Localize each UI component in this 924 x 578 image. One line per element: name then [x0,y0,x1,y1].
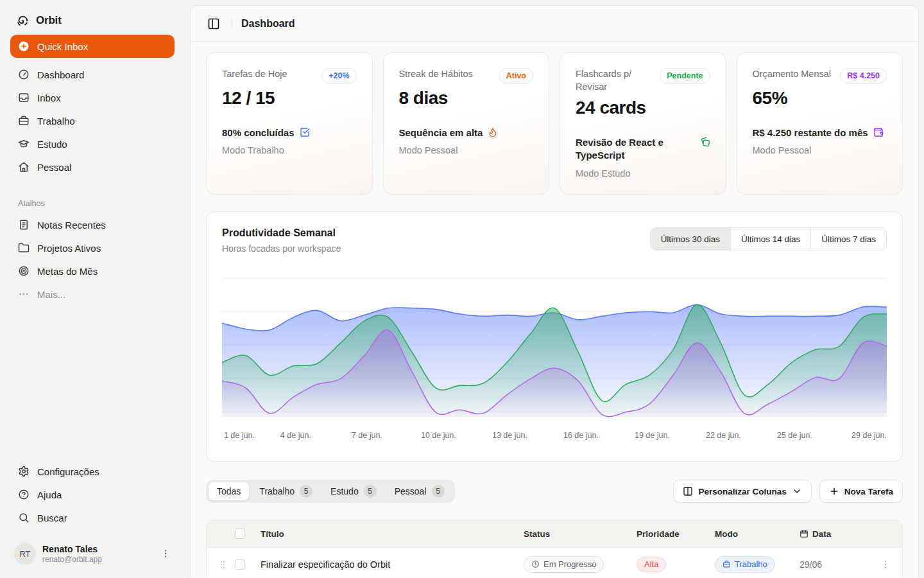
sidebar-item-label: Trabalho [37,116,75,127]
card-value: 24 cards [576,98,710,118]
topbar: Dashboard [191,6,918,42]
main-area: Dashboard Tarefas de Hoje +20% 12 / 15 8… [185,0,924,578]
card-value: 65% [753,88,887,109]
user-card[interactable]: RT Renato Tales renato@orbit.app [10,538,175,569]
x-tick-label: 29 de jun. [851,431,887,440]
user-meta: Renato Tales renato@orbit.app [42,544,154,564]
task-table: Título Status Prioridade Modo Data [206,520,903,578]
sidebar-item-notas-recentes[interactable]: Notas Recentes [10,213,175,236]
status-badge: R$ 4.250 [840,68,887,83]
chart-x-axis: 1 de jun.4 de jun.7 de jun.10 de jun.13 … [222,431,887,444]
sidebar-item-estudo[interactable]: Estudo [10,132,175,155]
status-badge: Pendente [660,68,710,83]
tab-ultimos-14-dias[interactable]: Últimos 14 dias [730,228,810,250]
x-tick-label: 22 de jun. [706,431,741,440]
sidebar-item-projetos-ativos[interactable]: Projetos Ativos [10,236,175,259]
briefcase-icon [18,115,30,127]
column-header-titulo: Título [261,529,524,539]
sidebar-item-mais[interactable]: Mais... [10,283,175,306]
task-toolbar: Todas Trabalho 5 Estudo 5 Pessoal 5 [206,480,903,503]
table-header-row: Título Status Prioridade Modo Data [207,520,902,547]
filter-tab-todas[interactable]: Todas [208,482,250,501]
status-badge: +20% [321,68,356,83]
sidebar-item-buscar[interactable]: Buscar [10,506,175,529]
card-subtitle: 80% concluídas [222,127,295,139]
app-logo: Orbit [10,9,175,32]
task-title: Finalizar especificação do Orbit [261,559,524,570]
drag-handle-icon[interactable] [218,560,227,569]
sidebar-item-label: Projetos Ativos [37,243,101,254]
table-row[interactable]: Finalizar especificação do Orbit Em Prog… [207,547,902,578]
flame-icon [488,127,498,137]
sidebar-toggle-button[interactable] [205,15,223,33]
card-label: Orçamento Mensal [753,68,832,81]
sidebar-item-label: Ajuda [37,489,62,500]
user-menu-kebab-icon[interactable] [160,548,171,559]
status-badge: Ativo [499,68,533,83]
sidebar-footer: Configurações Ajuda Buscar RT Renato Tal… [10,460,175,569]
x-tick-label: 13 de jun. [492,431,527,440]
sidebar-item-ajuda[interactable]: Ajuda [10,483,175,506]
chart-subtitle: Horas focadas por workspace [222,243,341,254]
card-value: 12 / 15 [222,88,357,109]
due-date: 29/06 [800,559,864,570]
workspace-filter-tabs: Todas Trabalho 5 Estudo 5 Pessoal 5 [206,480,455,503]
filter-tab-pessoal[interactable]: Pessoal 5 [386,482,453,501]
avatar: RT [14,543,36,565]
sidebar-item-trabalho[interactable]: Trabalho [10,109,175,132]
sidebar-shortcuts: Notas Recentes Projetos Ativos Metas do … [10,213,175,306]
card-subtitle: Revisão de React e TypeScript [576,136,695,162]
sidebar-item-metas-do-mes[interactable]: Metas do Mês [10,259,175,283]
clock-icon [531,560,540,568]
help-circle-icon [18,489,30,500]
x-tick-label: 19 de jun. [635,431,670,440]
columns-icon [683,486,693,496]
search-icon [18,512,30,523]
select-all-checkbox[interactable] [235,529,245,539]
cards-icon [700,137,710,147]
sidebar-item-label: Metas do Mês [37,266,98,277]
filter-tab-estudo[interactable]: Estudo 5 [322,482,385,501]
count-badge: 5 [432,485,445,498]
plus-icon [829,486,839,496]
home-icon [18,161,30,173]
column-header-status: Status [524,529,637,539]
customize-columns-button[interactable]: Personalizar Colunas [673,480,811,503]
x-tick-label: 7 de jun. [352,431,382,440]
check-square-icon [300,127,310,137]
sidebar-item-pessoal[interactable]: Pessoal [10,155,175,179]
card-label: Streak de Hábitos [399,68,473,81]
shortcuts-section-label: Atalhos [10,199,175,208]
sidebar-item-quick-inbox[interactable]: Quick Inbox [10,35,175,58]
status-badge: Em Progresso [524,556,604,573]
sidebar-item-label: Configurações [37,466,99,477]
card-mode: Modo Pessoal [753,145,887,155]
orbit-logo-icon [15,13,30,28]
column-header-data: Data [800,529,864,539]
filter-tab-trabalho[interactable]: Trabalho 5 [251,482,321,501]
area-chart [222,267,887,426]
tab-ultimos-30-dias[interactable]: Últimos 30 dias [651,228,730,250]
sidebar-item-label: Dashboard [37,69,84,80]
graduation-cap-icon [18,138,30,150]
x-tick-label: 25 de jun. [777,431,812,440]
new-task-button[interactable]: Nova Tarefa [819,480,903,503]
x-tick-label: 16 de jun. [563,431,599,440]
sidebar-item-label: Notas Recentes [37,220,106,231]
tab-ultimos-7-dias[interactable]: Últimos 7 dias [810,228,886,250]
card-mode: Modo Trabalho [222,145,357,155]
x-tick-label: 4 de jun. [280,431,311,440]
x-tick-label: 10 de jun. [421,431,456,440]
chevron-down-icon [792,486,802,496]
sidebar-item-configuracoes[interactable]: Configurações [10,460,175,483]
count-badge: 5 [300,485,312,498]
row-menu-kebab-icon[interactable] [880,559,891,570]
sidebar-item-label: Quick Inbox [37,41,88,52]
sidebar-item-inbox[interactable]: Inbox [10,86,175,109]
row-checkbox[interactable] [235,559,245,570]
card-label: Tarefas de Hoje [222,68,287,81]
chart-title: Produtividade Semanal [222,227,341,239]
sidebar-item-dashboard[interactable]: Dashboard [10,63,175,86]
stat-card-orcamento: Orçamento Mensal R$ 4.250 65% R$ 4.250 r… [737,52,903,195]
sidebar-item-label: Pessoal [37,162,71,173]
